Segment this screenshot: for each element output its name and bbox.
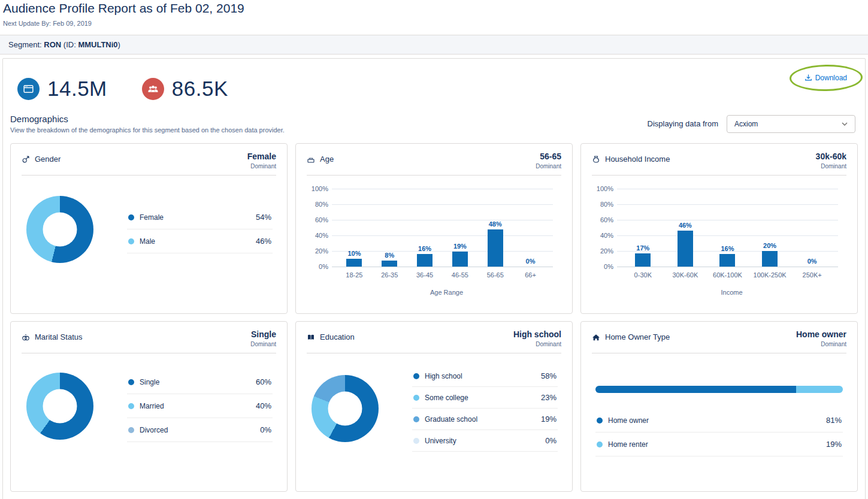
segment-id-suffix: ) bbox=[118, 40, 120, 49]
legend-row: Home renter19% bbox=[595, 433, 843, 456]
education-card: Education High school Dominant High scho… bbox=[295, 321, 573, 492]
home-owner-card: Home Owner Type Home owner Dominant Home… bbox=[580, 321, 858, 492]
legend-dot bbox=[597, 418, 603, 424]
legend-label: Single bbox=[140, 378, 256, 386]
legend-dot bbox=[128, 238, 134, 244]
people-icon bbox=[142, 78, 164, 100]
marital-status-card: Marital Status Single Dominant Single60%… bbox=[10, 321, 288, 492]
education-donut-chart bbox=[311, 375, 379, 442]
education-legend: High school58% Some college23% Graduate … bbox=[412, 365, 558, 452]
segment-id: MMULTNi0 bbox=[78, 40, 117, 49]
dominant-block: Home owner Dominant bbox=[796, 329, 846, 347]
legend-dot bbox=[128, 379, 134, 385]
dominant-block: Single Dominant bbox=[250, 329, 276, 347]
legend-row: Home owner81% bbox=[595, 409, 843, 433]
legend-label: Home renter bbox=[608, 440, 826, 449]
provider-picker: Displaying data from Acxiom bbox=[648, 115, 856, 133]
demographics-subtitle: View the breakdown of the demographics f… bbox=[10, 126, 285, 134]
dominant-block: Female Dominant bbox=[247, 152, 276, 170]
download-area: Download bbox=[805, 73, 847, 84]
card-header: Home Owner Type Home owner Dominant bbox=[592, 322, 846, 353]
legend-row: Married40% bbox=[127, 394, 273, 418]
dominant-label: Dominant bbox=[536, 163, 561, 170]
download-button[interactable]: Download bbox=[805, 74, 847, 82]
marital-legend: Single60% Married40% Divorced0% bbox=[127, 370, 273, 442]
legend-dot bbox=[413, 416, 419, 422]
browser-icon bbox=[17, 78, 40, 100]
legend-dot bbox=[413, 373, 419, 379]
home-owner-bar-chart: Home owner81% Home renter19% bbox=[581, 353, 857, 456]
dominant-value: 56-65 bbox=[536, 152, 561, 161]
legend-value: 81% bbox=[826, 416, 842, 425]
dominant-block: 56-65 Dominant bbox=[536, 152, 561, 170]
card-title: Marital Status bbox=[35, 332, 82, 341]
legend-row: Divorced0% bbox=[127, 418, 273, 442]
legend-label: Some college bbox=[425, 394, 541, 402]
report-panel: 14.5M 86.5K Download Demographics View t… bbox=[2, 58, 866, 499]
card-title: Age bbox=[320, 155, 334, 164]
home-owner-legend: Home owner81% Home renter19% bbox=[595, 409, 843, 456]
gender-card: Gender Female Dominant Female54% Male46% bbox=[10, 143, 288, 314]
card-header: Marital Status Single Dominant bbox=[22, 322, 276, 353]
dominant-label: Dominant bbox=[513, 341, 561, 347]
legend-value: 0% bbox=[545, 436, 557, 445]
house-icon bbox=[592, 333, 600, 341]
bar bbox=[488, 229, 503, 267]
card-title: Gender bbox=[35, 155, 61, 164]
legend-label: University bbox=[425, 437, 545, 445]
data-provider-select[interactable]: Acxiom bbox=[727, 115, 855, 133]
legend-value: 40% bbox=[256, 401, 271, 410]
legend-value: 58% bbox=[541, 371, 557, 380]
age-bar-chart: 100% 80% 60% 40% 20% 0% 10% 8% 16% 19% 4… bbox=[296, 176, 572, 296]
legend-dot bbox=[128, 403, 134, 409]
legend-label: High school bbox=[425, 372, 541, 380]
card-title: Education bbox=[320, 332, 355, 341]
card-title: Home Owner Type bbox=[605, 332, 670, 341]
legend-label: Married bbox=[140, 402, 256, 410]
rings-icon bbox=[22, 333, 30, 341]
legend-value: 19% bbox=[826, 440, 842, 449]
segment-label: Segment: bbox=[8, 40, 42, 49]
legend-value: 19% bbox=[541, 415, 557, 424]
demographics-grid: Gender Female Dominant Female54% Male46% bbox=[3, 141, 865, 499]
legend-value: 54% bbox=[256, 213, 271, 222]
legend-label: Divorced bbox=[140, 426, 260, 434]
legend-label: Home owner bbox=[608, 416, 826, 425]
marital-donut-chart bbox=[26, 373, 93, 440]
download-label: Download bbox=[815, 74, 847, 82]
page-title: Audience Profile Report as of Feb 02, 20… bbox=[3, 1, 864, 16]
legend-value: 0% bbox=[260, 425, 271, 434]
bar bbox=[346, 259, 362, 267]
bar bbox=[452, 252, 468, 267]
dominant-value: High school bbox=[513, 329, 561, 339]
metric-value: 14.5M bbox=[47, 77, 107, 101]
card-header: Education High school Dominant bbox=[307, 322, 561, 353]
gender-legend: Female54% Male46% bbox=[127, 205, 273, 253]
money-bag-icon bbox=[592, 155, 600, 164]
bar bbox=[417, 254, 433, 267]
dominant-block: 30k-60k Dominant bbox=[816, 152, 846, 170]
cake-icon bbox=[307, 155, 315, 164]
metrics-row: 14.5M 86.5K Download bbox=[3, 59, 865, 105]
legend-row: Male46% bbox=[127, 229, 273, 253]
dominant-value: Single bbox=[250, 329, 276, 339]
demographics-header: Demographics View the breakdown of the d… bbox=[3, 105, 865, 141]
legend-label: Female bbox=[140, 213, 256, 222]
dominant-label: Dominant bbox=[247, 163, 276, 170]
legend-row: Some college23% bbox=[412, 387, 558, 409]
segment-name: RON bbox=[44, 40, 61, 49]
legend-value: 46% bbox=[256, 237, 271, 246]
segment-id-prefix: (ID: bbox=[63, 40, 76, 49]
dominant-value: Female bbox=[247, 152, 276, 161]
chevron-down-icon bbox=[842, 122, 848, 126]
dominant-value: Home owner bbox=[796, 329, 846, 339]
card-header: Household Income 30k-60k Dominant bbox=[592, 144, 846, 176]
gender-donut-chart bbox=[26, 196, 93, 263]
legend-row: University0% bbox=[412, 430, 558, 452]
legend-dot bbox=[128, 427, 134, 433]
bar bbox=[635, 253, 651, 267]
provider-value: Acxiom bbox=[734, 120, 758, 128]
household-income-card: Household Income 30k-60k Dominant 100% 8… bbox=[580, 143, 858, 314]
legend-value: 60% bbox=[256, 377, 271, 386]
provider-label: Displaying data from bbox=[648, 119, 719, 128]
